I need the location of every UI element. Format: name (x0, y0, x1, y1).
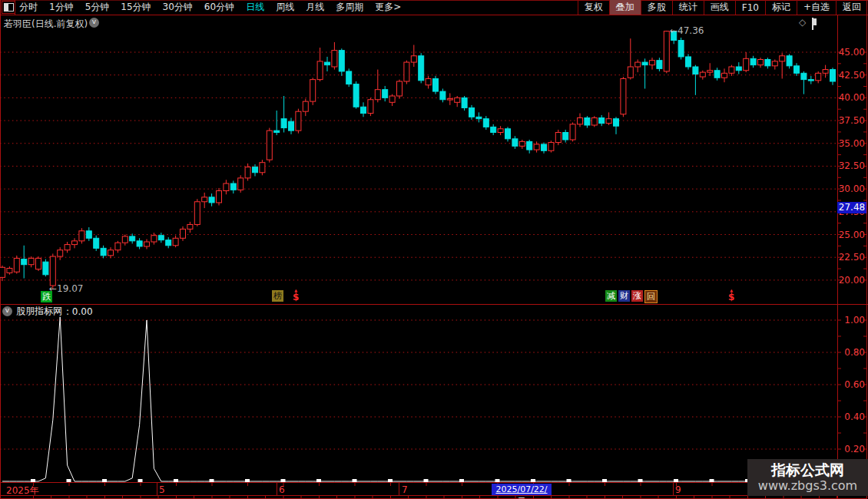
event-badge-财: 财 (618, 290, 630, 302)
selected-date-tag[interactable]: 2025/07/22/二 (492, 484, 552, 495)
axis-price-label: 0.40 (838, 411, 865, 422)
app-window: 分时1分钟5分钟15分钟30分钟60分钟日线周线月线多周期更多> 复权叠加多股统… (0, 0, 868, 499)
baseline-mark (316, 479, 321, 482)
candle-body (115, 243, 121, 250)
candle-body (194, 202, 200, 225)
axis-price-label: 45.00 (838, 47, 865, 58)
candle-body (578, 118, 583, 124)
menu-item-1分钟[interactable]: 1分钟 (49, 1, 74, 14)
candle-body (101, 248, 106, 256)
tool-button-F10[interactable]: F10 (735, 0, 765, 15)
baseline-mark (245, 479, 250, 482)
tool-button-叠加[interactable]: 叠加 (609, 0, 641, 15)
watermark-url: www.zbgs3.com (758, 478, 857, 494)
event-badge-回: 回 (644, 290, 658, 303)
tool-button-返回[interactable]: 返回 (836, 0, 867, 15)
axis-price-label: 37.50 (838, 115, 865, 126)
candle-body (599, 118, 605, 124)
candle-body (36, 258, 41, 269)
menu-item-15分钟[interactable]: 15分钟 (121, 1, 151, 14)
baseline-mark (567, 479, 571, 482)
candle-body (72, 241, 78, 245)
date-label: 6 (279, 484, 285, 495)
tool-button-标记[interactable]: 标记 (765, 0, 797, 15)
candle-body (281, 119, 287, 128)
candle-body (166, 240, 171, 246)
candle-body (230, 183, 236, 190)
menu-item-5分钟[interactable]: 5分钟 (85, 1, 110, 14)
tool-button-画线[interactable]: 画线 (704, 0, 735, 15)
candle-body (296, 111, 301, 131)
indicator-dropdown-icon[interactable]: v (2, 306, 12, 316)
indicator-value: : 0.00 (66, 306, 93, 317)
layout-toggle-icon[interactable] (2, 1, 15, 14)
menu-item-周线[interactable]: 周线 (276, 1, 294, 14)
title-bar: 若羽臣(日线.前复权) v ◇ (0, 15, 868, 31)
candle-body (238, 178, 244, 190)
candle-body (542, 144, 547, 150)
diamond-icon[interactable]: ◇ (799, 17, 806, 28)
baseline-mark (67, 479, 71, 482)
baseline-mark (210, 479, 214, 482)
candle-body (22, 259, 27, 265)
candle-body (332, 51, 337, 67)
indicator-header: v 股朋指标网 : 0.00 (2, 306, 93, 317)
candle-body (137, 241, 142, 246)
candle-body (606, 119, 611, 124)
candlestick-chart[interactable] (0, 0, 868, 499)
date-axis: 2025/07/22/二 2025年5679 (0, 483, 868, 496)
candle-body (426, 78, 431, 84)
candle-body (787, 56, 792, 66)
tool-button-多股[interactable]: 多股 (641, 0, 672, 15)
candle-body (14, 258, 19, 272)
event-badge-跌: 跌 (41, 291, 52, 302)
indicator-name[interactable]: 股朋指标网 (16, 305, 62, 318)
candle-body (447, 99, 452, 101)
menu-item-月线[interactable]: 月线 (306, 1, 324, 14)
tool-button-+自选[interactable]: +自选 (797, 0, 836, 15)
menu-item-多周期[interactable]: 多周期 (336, 1, 363, 14)
dollar-marker: ▲$ (293, 289, 299, 302)
candle-body (664, 31, 669, 71)
candle-body (491, 127, 496, 132)
baseline-mark (138, 479, 143, 482)
menu-item-更多>[interactable]: 更多> (375, 1, 401, 14)
baseline-mark (174, 479, 178, 482)
candle-body (368, 100, 373, 114)
candle-body (433, 78, 439, 91)
candle-body (830, 70, 836, 81)
candle-body (621, 78, 626, 114)
candle-body (303, 101, 308, 111)
tool-button-统计[interactable]: 统计 (672, 0, 704, 15)
candle-body (808, 80, 813, 81)
candle-body (657, 61, 662, 69)
candle-body (187, 224, 193, 229)
date-label: 5 (159, 484, 165, 495)
candle-body (714, 71, 720, 78)
baseline-mark (102, 479, 107, 482)
candle-body (361, 107, 366, 113)
menu-item-日线[interactable]: 日线 (246, 1, 264, 14)
menu-item-分时[interactable]: 分时 (19, 1, 38, 14)
split-view-icon[interactable] (812, 18, 813, 29)
candle-body (628, 67, 633, 78)
candle-body (498, 129, 503, 133)
title-dropdown-icon[interactable]: v (89, 18, 99, 28)
candle-body (353, 84, 359, 107)
tool-button-复权[interactable]: 复权 (578, 0, 609, 15)
candle-body (28, 258, 34, 264)
menu-item-60分钟[interactable]: 60分钟 (204, 1, 234, 14)
candle-body (758, 60, 764, 65)
candle-body (462, 97, 467, 107)
indicator-line (2, 317, 833, 481)
axis-price-label: 0.60 (838, 379, 865, 390)
candle-body (686, 57, 691, 67)
candle-body (744, 58, 749, 70)
menu-item-30分钟[interactable]: 30分钟 (163, 1, 193, 14)
period-menu: 分时1分钟5分钟15分钟30分钟60分钟日线周线月线多周期更多> (19, 0, 401, 15)
candle-body (419, 56, 424, 81)
baseline-mark (281, 479, 286, 482)
candle-body (108, 250, 114, 256)
baseline-mark (459, 479, 464, 482)
candle-body (707, 71, 713, 72)
